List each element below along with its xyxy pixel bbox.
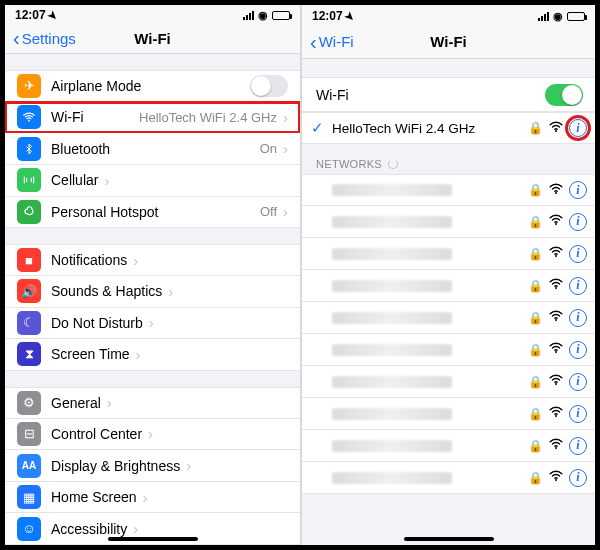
- lock-icon: 🔒: [528, 439, 543, 453]
- svg-point-5: [555, 287, 557, 289]
- network-row[interactable]: 🔒i: [302, 334, 595, 366]
- lock-icon: 🔒: [528, 375, 543, 389]
- row-label: General: [51, 395, 101, 411]
- row-label: Personal Hotspot: [51, 204, 158, 220]
- info-button[interactable]: i: [569, 405, 587, 423]
- row-label: Screen Time: [51, 346, 130, 362]
- cellular-signal-icon: [243, 11, 254, 20]
- chevron-right-icon: ›: [133, 520, 138, 537]
- home-indicator[interactable]: [108, 537, 198, 541]
- connected-network-row[interactable]: ✓ HelloTech WiFi 2.4 GHz 🔒 i: [302, 112, 595, 144]
- row-label: Bluetooth: [51, 141, 110, 157]
- info-button[interactable]: i: [569, 181, 587, 199]
- network-row[interactable]: 🔒i: [302, 270, 595, 302]
- svg-point-8: [555, 383, 557, 385]
- info-button[interactable]: i: [569, 119, 587, 137]
- network-row[interactable]: 🔒i: [302, 430, 595, 462]
- network-name-blurred: [332, 248, 452, 260]
- network-name-blurred: [332, 280, 452, 292]
- chevron-right-icon: ›: [149, 314, 154, 331]
- lock-icon: 🔒: [528, 471, 543, 485]
- cellular-icon: [17, 168, 41, 192]
- wifi-signal-icon: [549, 246, 563, 261]
- network-name-blurred: [332, 312, 452, 324]
- back-button[interactable]: ‹ Settings: [13, 28, 76, 48]
- chevron-right-icon: ›: [148, 425, 153, 442]
- row-notifications[interactable]: ■ Notifications ›: [5, 244, 300, 276]
- networks-header: NETWORKS: [302, 144, 595, 174]
- network-name-blurred: [332, 408, 452, 420]
- svg-point-1: [555, 130, 557, 132]
- chevron-left-icon: ‹: [13, 28, 20, 48]
- wifi-signal-icon: [549, 278, 563, 293]
- info-button[interactable]: i: [569, 245, 587, 263]
- moon-icon: ☾: [17, 311, 41, 335]
- notifications-icon: ■: [17, 248, 41, 272]
- row-value: HelloTech WiFi 2.4 GHz: [139, 110, 277, 125]
- nav-bar: ‹ Settings Wi-Fi: [5, 23, 300, 54]
- wifi-signal-icon: [549, 121, 563, 136]
- wifi-screen: 12:07➤ ◉ ‹ Wi-Fi Wi-Fi Wi-Fi ✓ HelloTech…: [300, 5, 595, 545]
- row-screen-time[interactable]: ⧗ Screen Time ›: [5, 339, 300, 371]
- info-button[interactable]: i: [569, 309, 587, 327]
- network-row[interactable]: 🔒i: [302, 206, 595, 238]
- network-row[interactable]: 🔒i: [302, 302, 595, 334]
- row-cellular[interactable]: Cellular ›: [5, 165, 300, 197]
- info-button[interactable]: i: [569, 469, 587, 487]
- row-control-center[interactable]: ⊟ Control Center ›: [5, 419, 300, 451]
- network-row[interactable]: 🔒i: [302, 366, 595, 398]
- row-wifi[interactable]: Wi-Fi HelloTech WiFi 2.4 GHz ›: [5, 102, 300, 134]
- row-wifi-toggle[interactable]: Wi-Fi: [302, 77, 595, 112]
- row-display-brightness[interactable]: AA Display & Brightness ›: [5, 450, 300, 482]
- info-button[interactable]: i: [569, 373, 587, 391]
- cellular-signal-icon: [538, 12, 549, 21]
- lock-icon: 🔒: [528, 215, 543, 229]
- row-label: Cellular: [51, 172, 98, 188]
- home-indicator[interactable]: [404, 537, 494, 541]
- lock-icon: 🔒: [528, 311, 543, 325]
- info-button[interactable]: i: [569, 341, 587, 359]
- row-airplane-mode[interactable]: ✈ Airplane Mode: [5, 70, 300, 102]
- network-name-blurred: [332, 376, 452, 388]
- row-general[interactable]: ⚙ General ›: [5, 387, 300, 419]
- display-icon: AA: [17, 454, 41, 478]
- network-name-blurred: [332, 184, 452, 196]
- row-label: Home Screen: [51, 489, 137, 505]
- wifi-signal-icon: [549, 310, 563, 325]
- wifi-signal-icon: [549, 374, 563, 389]
- svg-point-4: [555, 255, 557, 257]
- row-sounds[interactable]: 🔊 Sounds & Haptics ›: [5, 276, 300, 308]
- control-center-icon: ⊟: [17, 422, 41, 446]
- network-row[interactable]: 🔒i: [302, 462, 595, 494]
- chevron-right-icon: ›: [104, 172, 109, 189]
- network-name-blurred: [332, 440, 452, 452]
- lock-icon: 🔒: [528, 279, 543, 293]
- battery-icon: [272, 11, 290, 20]
- network-row[interactable]: 🔒i: [302, 398, 595, 430]
- airplane-toggle[interactable]: [250, 75, 288, 97]
- status-bar: 12:07➤ ◉: [5, 5, 300, 23]
- network-row[interactable]: 🔒i: [302, 174, 595, 206]
- row-home-screen[interactable]: ▦ Home Screen ›: [5, 482, 300, 514]
- row-do-not-disturb[interactable]: ☾ Do Not Disturb ›: [5, 308, 300, 340]
- info-button[interactable]: i: [569, 437, 587, 455]
- lock-icon: 🔒: [528, 247, 543, 261]
- svg-point-10: [555, 447, 557, 449]
- svg-point-0: [28, 120, 30, 122]
- chevron-right-icon: ›: [133, 252, 138, 269]
- info-button[interactable]: i: [569, 277, 587, 295]
- nav-title: Wi-Fi: [430, 33, 467, 50]
- info-button[interactable]: i: [569, 213, 587, 231]
- row-label: Notifications: [51, 252, 127, 268]
- row-label: Sounds & Haptics: [51, 283, 162, 299]
- network-row[interactable]: 🔒i: [302, 238, 595, 270]
- wifi-toggle[interactable]: [545, 84, 583, 106]
- svg-point-9: [555, 415, 557, 417]
- svg-point-2: [555, 192, 557, 194]
- svg-point-6: [555, 319, 557, 321]
- row-bluetooth[interactable]: Bluetooth On ›: [5, 133, 300, 165]
- row-label: Do Not Disturb: [51, 315, 143, 331]
- back-button[interactable]: ‹ Wi-Fi: [310, 32, 354, 52]
- row-personal-hotspot[interactable]: Personal Hotspot Off ›: [5, 197, 300, 229]
- row-label: Display & Brightness: [51, 458, 180, 474]
